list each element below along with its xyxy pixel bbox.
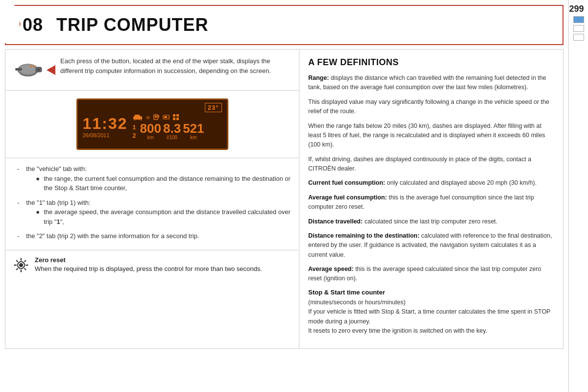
grid-icon [172,114,179,121]
svg-point-22 [19,263,23,267]
def-range-note2: When the range falls below 20 miles (30 … [308,122,554,150]
right-column: A FEW DEFINITIONS Range: displays the di… [299,49,564,349]
list-item-trip2: - the "2" tab (trip 2) with the same inf… [17,231,291,241]
def-range-note1: This displayed value may vary significan… [308,98,554,117]
def-term-distance-remaining: Distance remaining to the destination: [308,232,419,239]
intro-text: Each press of the button, located at the… [60,56,291,75]
car-icon [132,114,143,121]
sidebar-icon-empty2 [573,34,584,41]
svg-point-10 [134,119,136,121]
dash-right-area: » [132,113,204,140]
def-heading-stopstart: Stop & Start time counter [308,289,554,296]
def-term-range: Range: [308,74,329,81]
def-term-distance: Distance travelled: [308,218,363,225]
svg-point-11 [140,119,142,121]
svg-point-33 [14,264,16,266]
dash-marker2: - [17,198,19,208]
svg-point-32 [21,270,22,272]
dash-val-distance: 521 km [183,122,204,140]
sidebar-icon-empty [573,25,584,32]
svg-rect-17 [173,114,175,117]
list-item-trip2-text: the "2" tab (trip 2) with the same infor… [26,231,199,241]
svg-text:◎: ◎ [17,72,20,75]
list-item-vehicle-text: the "vehicle" tab with: [26,165,86,172]
sun-icon [13,257,29,273]
arrow-icon [47,65,55,75]
bullet-item-vehicle: ● the range, the current fuel consumptio… [36,174,291,193]
dash-val-consumption: 8.3 l/100 [163,122,181,140]
svg-rect-18 [176,114,179,117]
dash-val-range: 800 km [140,122,161,140]
def-term-avg-fuel: Average fuel consumption: [308,194,387,201]
def-body-distance: calculated since the last trip computer … [365,218,498,225]
main-layout: ◎ Each press of the button, located at t… [5,49,564,349]
page-number: 299 [569,4,584,14]
list-item-vehicle: - the "vehicle" tab with: ● the range, t… [17,164,291,195]
svg-rect-16 [169,116,170,118]
svg-line-27 [16,260,18,262]
zero-reset-content: Zero reset When the required trip is dis… [35,256,262,272]
svg-rect-4 [38,69,40,71]
def-term-current-fuel: Current fuel consumption: [308,179,385,186]
fuel-gauge-icon [163,114,170,121]
bullet-item-trip1: ● the average speed, the average consump… [36,207,291,226]
chapter-header: 08 TRIP COMPUTER [5,5,564,45]
dash-marker3: - [17,231,19,241]
svg-rect-3 [15,68,22,71]
dash-time: 11:32 [83,116,128,131]
list-section: - the "vehicle" tab with: ● the range, t… [5,158,299,250]
def-distance-remaining: Distance remaining to the destination: c… [308,231,554,260]
svg-line-28 [24,268,26,270]
list-item-trip1: - the "1" tab (trip 1) with: ● the avera… [17,198,291,229]
svg-rect-9 [135,115,140,117]
svg-point-7 [33,65,35,67]
list-item-trip1-text: the "1" tab (trip 1) with: [26,199,90,206]
stalk-icon-area: ◎ [13,56,52,83]
def-avg-speed: Average speed: this is the average speed… [308,265,554,284]
def-range: Range: displays the distance which can t… [308,74,554,93]
svg-rect-15 [164,116,167,118]
stalk-image: ◎ [13,56,43,83]
bullet-text-vehicle: the range, the current fuel consumption … [44,174,291,193]
intro-section: ◎ Each press of the button, located at t… [5,49,299,91]
svg-rect-13 [155,116,157,118]
bullet-text-trip1: the average speed, the average consumpti… [44,207,291,226]
svg-point-31 [21,258,22,259]
chapter-title: 08 TRIP COMPUTER [18,15,551,35]
def-range-note3: If, whilst driving, dashes are displayed… [308,155,554,174]
chapter-number: 08 [23,15,43,35]
svg-point-34 [27,264,28,266]
dash-tabs: 1 2 [132,123,136,140]
svg-rect-19 [173,118,175,120]
def-current-fuel: Current fuel consumption: only calculate… [308,178,554,188]
zero-reset-section: Zero reset When the required trip is dis… [5,250,299,279]
def-body-range: displays the distance which can travelle… [308,74,546,91]
def-term-avg-speed: Average speed: [308,266,354,272]
chapter-title-text: TRIP COMPUTER [56,15,208,35]
dash-marker: - [17,164,19,174]
sidebar-icon-filled [573,16,584,23]
def-avg-fuel: Average fuel consumption: this is the av… [308,193,554,212]
dash-values-row: 1 2 800 km 8.3 l/100 [132,122,204,140]
dash-date: 26/08/2011 [83,132,128,138]
dash-temperature: 23° [205,103,222,112]
svg-line-29 [24,260,26,262]
svg-line-30 [16,268,18,270]
dashboard-section: 23° 11:32 26/08/2011 [5,91,299,158]
def-distance: Distance travelled: calculated since the… [308,217,554,226]
dashboard-display: 23° 11:32 26/08/2011 [76,98,228,150]
dash-time-area: 11:32 26/08/2011 [83,116,128,138]
definitions-title: A FEW DEFINITIONS [308,57,554,68]
svg-point-6 [30,65,32,67]
fuel-pump-icon [153,114,160,121]
arrow-right-icon: » [146,113,150,121]
zero-reset-text: When the required trip is displayed, pre… [35,265,262,272]
def-stopstart: (minutes/seconds or hours/minutes) If yo… [308,298,554,336]
svg-rect-20 [176,118,179,120]
dash-top-row: 23° [83,103,222,112]
def-body-current-fuel: only calculated and displayed above 20 m… [387,179,537,186]
dash-icon-row: » [132,113,204,121]
right-sidebar: 299 [568,0,588,392]
zero-reset-title: Zero reset [35,256,262,264]
left-column: ◎ Each press of the button, located at t… [5,49,299,349]
